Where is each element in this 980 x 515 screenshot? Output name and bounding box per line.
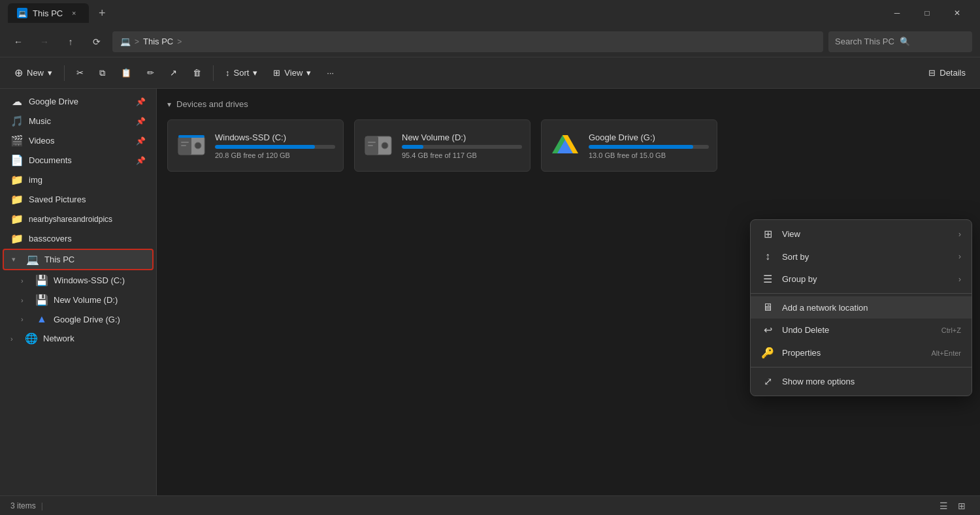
paste-button[interactable]: 📋 [114, 62, 138, 84]
tab-label: This PC [33, 8, 63, 18]
section-chevron: ▾ [167, 100, 171, 109]
rename-button[interactable]: ✏ [140, 62, 161, 84]
saved-pictures-icon: 📁 [10, 193, 24, 206]
new-volume-icon: 💾 [35, 294, 48, 306]
new-button[interactable]: ⊕ New ▾ [8, 62, 59, 84]
ctx-properties[interactable]: 🔑 Properties Alt+Enter [751, 341, 972, 364]
ctx-network-label: Add a network location [782, 303, 868, 313]
ctx-view[interactable]: ⊞ View › [751, 223, 972, 245]
grid-view-button[interactable]: ⊞ [954, 498, 970, 514]
sidebar-label-basscovers: basscovers [29, 234, 72, 243]
tab-close-button[interactable]: × [68, 7, 80, 19]
drive-bar-bg-google-drive-g [589, 145, 709, 149]
music-icon: 🎵 [10, 115, 24, 127]
drive-size-windows-ssd: 20.8 GB free of 120 GB [215, 151, 335, 159]
copy-button[interactable]: ⧉ [93, 62, 112, 84]
rename-icon: ✏ [147, 68, 154, 78]
list-view-button[interactable]: ☰ [936, 498, 951, 514]
cut-button[interactable]: ✂ [70, 62, 90, 84]
back-button[interactable]: ← [8, 31, 29, 52]
drive-bar-fill-google-drive-g [589, 145, 693, 149]
tab-this-pc[interactable]: 💻 This PC × [8, 3, 89, 23]
ctx-groupby[interactable]: ☰ Group by › [751, 268, 972, 290]
details-button[interactable]: ⊟ Details [922, 62, 972, 84]
forward-button[interactable]: → [34, 31, 55, 52]
svg-rect-5 [178, 135, 204, 138]
drive-new-volume[interactable]: New Volume (D:) 95.4 GB free of 117 GB [354, 119, 531, 172]
drive-google-drive-g[interactable]: Google Drive (G:) 13.0 GB free of 15.0 G… [541, 119, 717, 172]
expand-icon-this-pc: ▾ [12, 255, 21, 264]
drive-windows-ssd[interactable]: Windows-SSD (C:) 20.8 GB free of 120 GB [167, 119, 344, 172]
sidebar-label-music: Music [29, 116, 51, 126]
sidebar-item-music[interactable]: 🎵 Music 📌 [3, 112, 154, 131]
ctx-view-icon: ⊞ [761, 228, 774, 240]
sidebar-label-google-drive: Google Drive [29, 97, 78, 106]
drive-bar-fill-new-volume [402, 145, 423, 149]
sort-label: Sort [234, 68, 250, 78]
ctx-sortby[interactable]: ↕ Sort by › [751, 245, 972, 268]
sidebar-item-saved-pictures[interactable]: 📁 Saved Pictures [3, 190, 154, 209]
this-pc-icon: 💻 [26, 253, 39, 266]
videos-icon: 🎬 [10, 134, 24, 147]
delete-button[interactable]: 🗑 [186, 62, 208, 84]
sidebar-item-network[interactable]: › 🌐 Network [3, 329, 154, 348]
sidebar-item-img[interactable]: 📁 img [3, 170, 154, 189]
svg-rect-10 [368, 145, 373, 146]
pin-icon-videos: 📌 [136, 136, 146, 146]
ctx-add-network[interactable]: 🖥 Add a network location [751, 296, 972, 319]
sidebar-item-new-volume[interactable]: › 💾 New Volume (D:) [3, 290, 154, 309]
new-label: New [27, 68, 44, 78]
sidebar-item-nearbyshare[interactable]: 📁 nearbyshareandroidpics [3, 210, 154, 228]
up-button[interactable]: ↑ [60, 31, 81, 52]
view-button[interactable]: ⊞ View ▾ [267, 62, 318, 84]
search-icon: 🔍 [900, 37, 910, 46]
path-label: This PC [143, 37, 173, 46]
address-path[interactable]: 💻 > This PC > [112, 31, 823, 52]
title-bar: 💻 This PC × + ─ □ ✕ [0, 0, 980, 26]
sidebar-item-google-drive-g[interactable]: › ▲ Google Drive (G:) [3, 310, 154, 328]
minimize-button[interactable]: ─ [882, 0, 912, 26]
gdrive-g-icon: ▲ [35, 313, 48, 325]
documents-icon: 📄 [10, 154, 24, 166]
google-drive-icon: ☁ [10, 95, 24, 108]
expand-icon-network: › [10, 335, 20, 343]
ctx-properties-label: Properties [782, 348, 821, 358]
drive-icon-windows-ssd [176, 130, 207, 161]
sidebar-label-this-pc: This PC [44, 255, 74, 264]
maximize-button[interactable]: □ [912, 0, 942, 26]
ctx-more-options[interactable]: ⤢ Show more options [751, 370, 972, 393]
close-button[interactable]: ✕ [942, 0, 972, 26]
drive-info-windows-ssd: Windows-SSD (C:) 20.8 GB free of 120 GB [215, 133, 335, 159]
sidebar-item-videos[interactable]: 🎬 Videos 📌 [3, 131, 154, 150]
context-menu: ⊞ View › ↕ Sort by › ☰ Group by › 🖥 Add … [750, 219, 972, 396]
drive-name-google-drive-g: Google Drive (G:) [589, 133, 709, 142]
sidebar-item-google-drive[interactable]: ☁ Google Drive 📌 [3, 92, 154, 111]
delete-icon: 🗑 [193, 68, 201, 78]
sidebar-item-this-pc[interactable]: ▾ 💻 This PC [3, 249, 154, 270]
ctx-more-label: Show more options [782, 377, 855, 386]
search-box[interactable]: Search This PC 🔍 [828, 31, 972, 52]
view-icon: ⊞ [273, 68, 280, 78]
svg-rect-9 [368, 142, 376, 143]
ctx-network-icon: 🖥 [761, 302, 774, 313]
ctx-groupby-label: Group by [782, 274, 817, 284]
windows-ssd-icon: 💾 [35, 274, 48, 287]
ctx-properties-shortcut: Alt+Enter [931, 349, 961, 357]
path-sep1: > [135, 37, 139, 46]
ctx-undo-shortcut: Ctrl+Z [941, 326, 961, 334]
sort-button[interactable]: ↕ Sort ▾ [219, 62, 264, 84]
refresh-button[interactable]: ⟳ [86, 31, 107, 52]
main-layout: ☁ Google Drive 📌 🎵 Music 📌 🎬 Videos 📌 📄 … [0, 89, 980, 495]
drive-bar-bg-new-volume [402, 145, 522, 149]
sidebar-item-windows-ssd[interactable]: › 💾 Windows-SSD (C:) [3, 271, 154, 290]
more-button[interactable]: ··· [320, 62, 340, 84]
ctx-undo-delete[interactable]: ↩ Undo Delete Ctrl+Z [751, 319, 972, 341]
sidebar-item-basscovers[interactable]: 📁 basscovers [3, 229, 154, 248]
new-tab-button[interactable]: + [93, 4, 111, 22]
items-count: 3 items [10, 501, 36, 510]
sidebar-item-documents[interactable]: 📄 Documents 📌 [3, 151, 154, 170]
network-icon: 🌐 [25, 332, 38, 345]
share-button[interactable]: ↗ [163, 62, 184, 84]
ctx-sortby-icon: ↕ [761, 251, 774, 262]
pin-icon-documents: 📌 [136, 156, 146, 165]
